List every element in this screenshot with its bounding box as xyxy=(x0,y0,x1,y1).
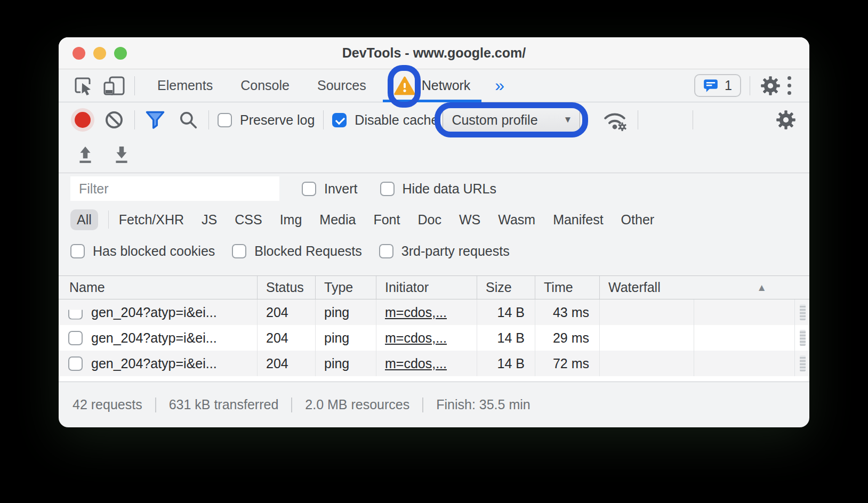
request-type: ping xyxy=(316,325,376,351)
divider xyxy=(134,110,135,129)
type-filter-ws[interactable]: WS xyxy=(459,212,480,228)
waterfall-cell xyxy=(600,325,809,351)
checkbox-checked xyxy=(332,113,347,127)
window-title: DevTools - www.google.com/ xyxy=(59,45,809,61)
column-header-name[interactable]: Name xyxy=(59,276,258,299)
waterfall-cell xyxy=(600,351,809,376)
tab-sources[interactable]: Sources xyxy=(303,69,380,102)
request-initiator-link[interactable]: m=cdos,... xyxy=(385,330,447,346)
request-type: ping xyxy=(316,351,376,376)
throttling-select[interactable]: Custom profile ▼ xyxy=(443,108,580,132)
finish-time: Finish: 35.5 min xyxy=(436,397,530,412)
waterfall-gridline xyxy=(794,299,795,376)
checkbox-unchecked xyxy=(218,113,232,127)
request-type: ping xyxy=(316,299,376,325)
type-filter-fetch-xhr[interactable]: Fetch/XHR xyxy=(119,212,184,228)
waterfall-bar xyxy=(800,330,806,346)
settings-gear-icon[interactable] xyxy=(759,74,782,98)
waterfall-gridline xyxy=(694,299,694,376)
record-button[interactable] xyxy=(75,112,91,128)
inspect-icon[interactable] xyxy=(71,74,95,98)
type-filter-media[interactable]: Media xyxy=(319,212,356,228)
divider xyxy=(422,397,423,412)
screenshot-stage: DevTools - www.google.com/ Ele xyxy=(0,0,868,503)
tab-network-label: Network xyxy=(422,78,471,93)
type-filter-wasm[interactable]: Wasm xyxy=(498,212,535,228)
type-filter-js[interactable]: JS xyxy=(202,212,217,228)
hide-data-urls-checkbox[interactable]: Hide data URLs xyxy=(380,181,496,197)
sort-ascending-icon: ▲ xyxy=(757,282,767,294)
issues-counter-button[interactable]: 1 xyxy=(694,74,741,97)
preserve-log-checkbox[interactable]: Preserve log xyxy=(218,112,315,128)
invert-checkbox[interactable]: Invert xyxy=(302,181,358,197)
clear-icon[interactable] xyxy=(102,108,126,132)
waterfall-cell xyxy=(600,299,809,325)
divider xyxy=(155,397,156,412)
request-initiator-link[interactable]: m=cdos,... xyxy=(385,305,447,320)
network-settings-gear-icon[interactable] xyxy=(774,108,798,132)
export-har-icon[interactable] xyxy=(110,143,133,167)
column-header-waterfall[interactable]: Waterfall ▲ xyxy=(600,276,809,299)
request-name: gen_204?atyp=i&ei... xyxy=(91,305,217,320)
tab-network[interactable]: Network xyxy=(380,69,485,102)
requests-table: Name Status Type Initiator Size Time Wat… xyxy=(59,275,809,382)
divider xyxy=(750,76,750,95)
waterfall-bar xyxy=(800,304,806,320)
type-filter-other[interactable]: Other xyxy=(621,212,655,228)
table-row[interactable]: gen_204?atyp=i&ei... 204 ping m=cdos,...… xyxy=(59,325,809,351)
type-filter-manifest[interactable]: Manifest xyxy=(553,212,603,228)
type-filter-doc[interactable]: Doc xyxy=(417,212,441,228)
requests-count: 42 requests xyxy=(73,397,142,412)
divider xyxy=(208,110,209,129)
checkbox-unchecked xyxy=(379,244,393,258)
kebab-menu-icon[interactable] xyxy=(782,73,797,98)
table-row[interactable]: gen_204?atyp=i&ei... 204 ping m=cdos,...… xyxy=(59,351,809,376)
issues-icon xyxy=(703,79,718,93)
resources-size: 2.0 MB resources xyxy=(305,397,409,412)
divider xyxy=(108,210,109,229)
request-time: 72 ms xyxy=(535,351,600,376)
device-toolbar-icon[interactable] xyxy=(102,74,126,98)
request-time: 29 ms xyxy=(535,325,600,351)
row-checkbox[interactable] xyxy=(68,305,83,320)
disable-cache-checkbox[interactable]: Disable cache xyxy=(332,112,438,128)
column-header-size[interactable]: Size xyxy=(477,276,535,299)
warning-icon xyxy=(394,76,415,95)
type-filter-font[interactable]: Font xyxy=(373,212,400,228)
type-filter-css[interactable]: CSS xyxy=(235,212,262,228)
column-header-time[interactable]: Time xyxy=(535,276,600,299)
tab-elements[interactable]: Elements xyxy=(143,69,227,102)
devtools-window: DevTools - www.google.com/ Ele xyxy=(59,37,809,425)
search-icon[interactable] xyxy=(176,108,200,132)
column-header-status[interactable]: Status xyxy=(258,276,316,299)
filter-funnel-icon[interactable] xyxy=(143,108,167,132)
checkbox-unchecked xyxy=(70,244,85,258)
request-initiator-link[interactable]: m=cdos,... xyxy=(385,356,447,371)
tab-console[interactable]: Console xyxy=(227,69,303,102)
waterfall-bar xyxy=(800,355,806,371)
summary-status-bar: 42 requests 631 kB transferred 2.0 MB re… xyxy=(59,382,809,427)
request-time: 43 ms xyxy=(535,299,600,325)
table-header: Name Status Type Initiator Size Time Wat… xyxy=(59,276,809,299)
transferred-size: 631 kB transferred xyxy=(169,397,279,412)
has-blocked-cookies-checkbox[interactable]: Has blocked cookies xyxy=(70,244,215,259)
row-checkbox[interactable] xyxy=(68,356,83,371)
checkbox-unchecked xyxy=(302,182,316,196)
more-tabs-icon[interactable]: » xyxy=(495,76,504,95)
request-status: 204 xyxy=(258,299,316,325)
third-party-requests-checkbox[interactable]: 3rd-party requests xyxy=(379,244,510,259)
filter-bar: Invert Hide data URLs All Fetch/XHR JS C… xyxy=(59,176,809,275)
type-filter-img[interactable]: Img xyxy=(280,212,302,228)
request-size: 14 B xyxy=(477,325,535,351)
table-row[interactable]: gen_204?atyp=i&ei... 204 ping m=cdos,...… xyxy=(59,299,809,325)
network-conditions-icon[interactable] xyxy=(600,108,629,132)
type-filter-all[interactable]: All xyxy=(70,209,98,230)
filter-input[interactable] xyxy=(70,176,279,201)
divider xyxy=(693,110,693,129)
blocked-requests-checkbox[interactable]: Blocked Requests xyxy=(232,244,362,259)
request-name: gen_204?atyp=i&ei... xyxy=(91,330,217,346)
import-har-icon[interactable] xyxy=(74,143,97,167)
column-header-initiator[interactable]: Initiator xyxy=(376,276,477,299)
row-checkbox[interactable] xyxy=(68,331,83,345)
column-header-type[interactable]: Type xyxy=(316,276,376,299)
